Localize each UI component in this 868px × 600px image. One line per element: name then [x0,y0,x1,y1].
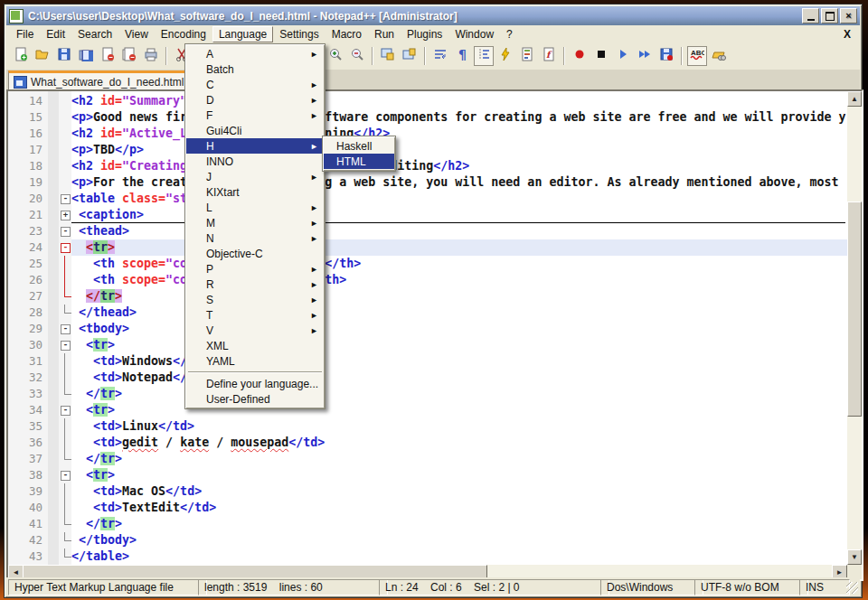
document-map-button[interactable] [517,46,537,66]
minimize-button[interactable] [802,8,819,23]
doc-link-button[interactable] [709,46,729,66]
save-button[interactable] [54,46,74,66]
language-menu-item-l[interactable]: L► [186,200,324,215]
language-menu-item-inno[interactable]: INNO [186,154,324,169]
code-area[interactable]: 14<h2 id="Summary">Summary</h2>15<p>Good… [8,91,847,565]
fold-marker-minus[interactable]: - [59,223,71,239]
code-line-26[interactable]: 26 <th scope="co th> [8,272,847,288]
indent-guide-button[interactable] [474,46,494,66]
code-line-28[interactable]: 28 </thead> [8,305,847,321]
code-line-18[interactable]: 18<h2 id="Creating diting</h2> [8,158,847,174]
code-line-29[interactable]: 29- <tbody> [8,321,847,337]
code-line-24[interactable]: 24- <tr> [8,239,847,256]
vertical-scroll-thumb[interactable] [847,202,862,417]
zoom-in-button[interactable] [326,46,345,66]
code-line-14[interactable]: 14<h2 id="Summary">Summary</h2> [8,93,847,109]
code-line-27[interactable]: 27 </tr> [8,288,847,305]
macro-record-button[interactable] [570,46,590,66]
language-menu-item-xml[interactable]: XML [186,338,324,353]
language-menu-item-batch[interactable]: Batch [186,61,324,77]
function-completion-button[interactable] [495,46,515,66]
menubar-item-plugins[interactable]: Plugins [401,26,448,42]
word-wrap-button[interactable] [430,46,450,66]
macro-stop-button[interactable] [591,46,611,66]
menubar-item-file[interactable]: File [10,26,40,42]
function-list-button[interactable]: f [539,46,559,66]
save-all-button[interactable] [76,46,96,66]
language-menu-item-v[interactable]: V► [186,323,324,338]
language-menu-item-n[interactable]: N► [186,230,324,246]
scroll-down-arrow[interactable]: ▼ [847,549,862,565]
language-menu-item-objective-c[interactable]: Objective-C [186,246,324,261]
status-encoding[interactable]: UTF-8 w/o BOM [694,579,808,595]
language-menu-item-f[interactable]: F► [186,108,324,123]
code-line-20[interactable]: 20-<table class="standard-table"> [8,191,847,207]
code-line-39[interactable]: 39 <td>Mac OS</td> [8,483,847,500]
spell-check-button[interactable]: ABC [687,46,707,66]
scroll-up-arrow[interactable]: ▲ [847,91,862,107]
menubar-item-macro[interactable]: Macro [326,26,368,42]
code-line-33[interactable]: 33 </tr> [8,386,847,402]
fold-marker-minus[interactable]: - [59,467,71,483]
language-menu-item-kixtart[interactable]: KIXtart [186,184,324,200]
language-menu-item-user-defined[interactable]: User-Defined [186,391,324,407]
code-line-37[interactable]: 37 </tr> [8,451,847,467]
fold-marker-minus[interactable]: - [59,337,71,353]
code-line-35[interactable]: 35 <td>Linux</td> [8,418,847,435]
code-line-31[interactable]: 31 <td>Windows</td> [8,353,847,370]
language-menu-item-p[interactable]: P► [186,261,324,277]
code-line-40[interactable]: 40 <td>TextEdit</td> [8,500,847,516]
macro-save-button[interactable] [656,46,676,66]
print-button[interactable] [141,46,161,66]
document-close-x[interactable]: X [835,28,860,41]
menubar-item-edit[interactable]: Edit [40,26,71,42]
menubar-item-window[interactable]: Window [448,26,500,42]
menubar-item-encoding[interactable]: Encoding [155,26,212,42]
fold-marker-plus[interactable]: + [59,207,71,223]
sync-vertical-button[interactable] [378,46,398,66]
maximize-button[interactable] [821,8,838,23]
language-menu-item-r[interactable]: R► [186,277,324,292]
code-line-41[interactable]: 41 </tr> [8,516,847,532]
language-menu-item-define-your-language-[interactable]: Define your language... [186,376,324,391]
code-line-23[interactable]: 23- <thead> [8,223,847,239]
language-menu-item-m[interactable]: M► [186,215,324,230]
zoom-out-button[interactable] [347,46,367,66]
close-file-button[interactable] [98,46,118,66]
resize-grip[interactable] [846,582,858,594]
menubar-item-settings[interactable]: Settings [273,26,325,42]
macro-run-multiple-button[interactable] [635,46,655,66]
language-menu-item-j[interactable]: J► [186,169,324,184]
language-menu-item-gui4cli[interactable]: Gui4Cli [186,123,324,138]
show-symbols-button[interactable]: ¶ [452,46,472,66]
code-line-16[interactable]: 16<h2 id="Active_L ning</h2> [8,126,847,142]
menubar-item-search[interactable]: Search [71,26,118,42]
code-line-15[interactable]: 15<p>Good news fir ftware components for… [8,109,847,126]
status-eol-format[interactable]: Dos\Windows [600,579,703,595]
vertical-scrollbar[interactable]: ▲ ▼ [847,91,862,565]
language-menu-item-a[interactable]: A► [186,46,324,61]
fold-marker-minus[interactable]: - [59,402,71,418]
language-menu-item-h[interactable]: H► [186,138,324,154]
macro-play-button[interactable] [613,46,633,66]
tab-active-document[interactable]: What_software_do_I_need.html ✕ [8,70,208,91]
code-line-30[interactable]: 30- <tr> [8,337,847,353]
language-menu-item-t[interactable]: T► [186,307,324,323]
language-menu-item-yaml[interactable]: YAML [186,353,324,369]
code-line-17[interactable]: 17<p>TBD</p> [8,142,847,158]
sync-horizontal-button[interactable] [400,46,420,66]
code-line-38[interactable]: 38- <tr> [8,467,847,483]
menubar-item-run[interactable]: Run [368,26,401,42]
fold-marker-minus[interactable]: - [59,191,71,207]
title-bar[interactable]: C:\Users\user\Desktop\What_software_do_I… [6,6,860,25]
code-line-36[interactable]: 36 <td>gedit / kate / mousepad</td> [8,435,847,451]
close-button[interactable]: × [840,8,857,23]
code-line-42[interactable]: 42 </tbody> [8,532,847,548]
code-line-19[interactable]: 19<p>For the creat g a web site, you wil… [8,174,847,191]
open-file-button[interactable] [33,46,52,66]
code-line-32[interactable]: 32 <td>Notepad</td> [8,370,847,386]
code-line-43[interactable]: 43</table> [8,548,847,565]
language-submenu-item-html[interactable]: HTML [324,154,394,169]
language-submenu-item-haskell[interactable]: Haskell [324,138,394,154]
menubar-item-help[interactable]: ? [500,26,519,42]
